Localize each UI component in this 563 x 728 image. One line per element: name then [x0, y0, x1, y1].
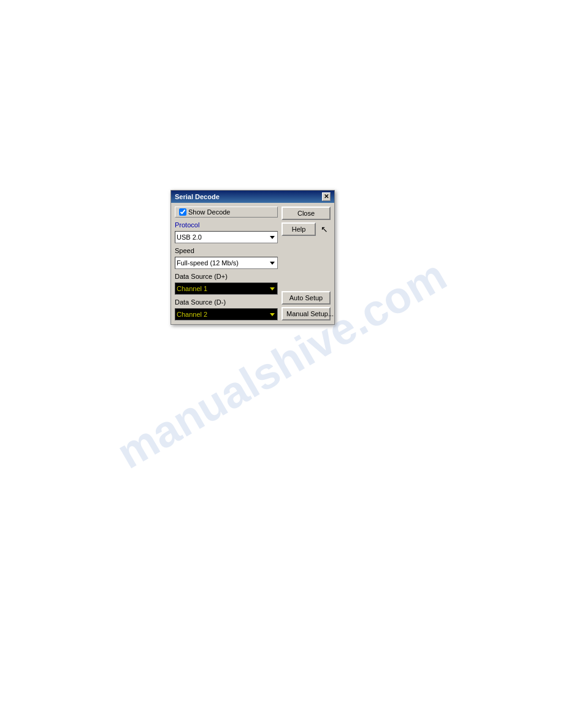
- dialog-right-panel: Close Help ↖ Auto Setup Manual Setup...: [282, 207, 331, 320]
- titlebar-close-button[interactable]: ✕: [322, 192, 331, 201]
- data-source-dminus-select[interactable]: Channel 2: [175, 308, 278, 320]
- data-source-dminus-label: Data Source (D-): [175, 298, 278, 306]
- dialog-body: Show Decode Protocol USB 2.0 Speed Full-…: [171, 203, 334, 324]
- manual-setup-button[interactable]: Manual Setup...: [282, 307, 331, 320]
- protocol-label: Protocol: [175, 221, 278, 229]
- protocol-select[interactable]: USB 2.0: [175, 231, 278, 243]
- dialog-titlebar: Serial Decode ✕: [171, 191, 334, 203]
- help-button[interactable]: Help: [282, 222, 316, 236]
- help-cursor-icon: ↖: [318, 223, 331, 235]
- auto-setup-button[interactable]: Auto Setup: [282, 291, 331, 305]
- data-source-dplus-select[interactable]: Channel 1: [175, 282, 278, 295]
- serial-decode-dialog: Serial Decode ✕ Show Decode Protocol USB…: [170, 190, 335, 325]
- dialog-left-panel: Show Decode Protocol USB 2.0 Speed Full-…: [175, 207, 278, 320]
- show-decode-button[interactable]: Show Decode: [175, 207, 278, 218]
- speed-label: Speed: [175, 247, 278, 254]
- close-button[interactable]: Close: [282, 207, 331, 220]
- show-decode-checkbox[interactable]: [179, 208, 186, 216]
- speed-select[interactable]: Full-speed (12 Mb/s): [175, 257, 278, 269]
- dialog-title: Serial Decode: [175, 193, 220, 200]
- help-row: Help ↖: [282, 222, 331, 236]
- show-decode-label: Show Decode: [188, 208, 231, 216]
- data-source-dplus-label: Data Source (D+): [175, 273, 278, 280]
- spacer: [282, 238, 331, 289]
